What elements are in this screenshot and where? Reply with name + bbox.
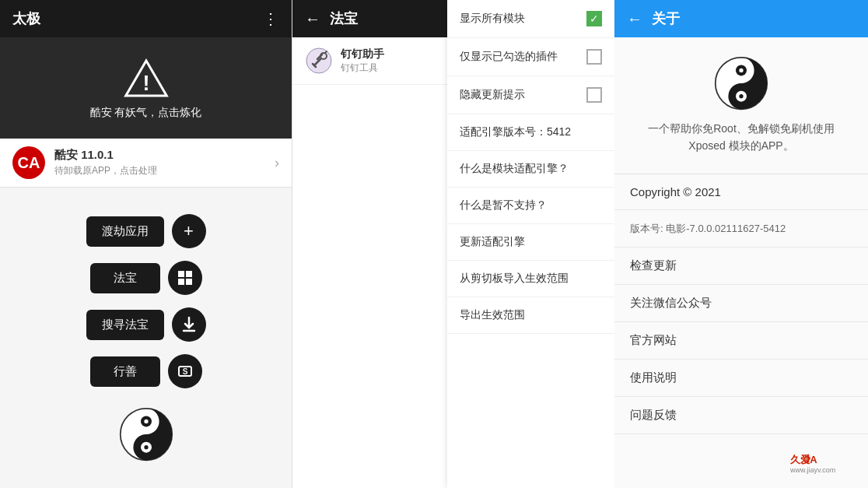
wechat-item[interactable]: 关注微信公众号 (614, 285, 868, 322)
warning-icon: ! (123, 57, 170, 100)
checkbox-1[interactable] (586, 49, 602, 65)
dropdown-item-8[interactable]: 导出生效范围 (447, 297, 614, 334)
middle-back-button[interactable]: ← (305, 10, 320, 28)
svg-rect-4 (178, 279, 184, 285)
svg-point-20 (739, 94, 743, 98)
plus-button[interactable]: + (172, 214, 206, 248)
right-back-button[interactable]: ← (627, 10, 642, 28)
tools-item[interactable]: 钉钉助手 钉钉工具 (292, 37, 447, 85)
feedback-item[interactable]: 问题反馈 (614, 397, 868, 434)
button-area: 渡劫应用 + 法宝 搜寻法宝 行 (0, 188, 292, 488)
checkbox-2[interactable] (586, 87, 602, 103)
website-label: 官方网站 (630, 333, 677, 346)
svg-point-12 (144, 420, 148, 423)
btn-row-1: 渡劫应用 + (86, 214, 206, 248)
dropdown-label-3: 适配引擎版本号：5412 (460, 125, 571, 139)
dropdown-item-3: 适配引擎版本号：5412 (447, 114, 614, 151)
left-title: 太极 (12, 9, 40, 28)
dropdown-item-1[interactable]: 仅显示已勾选的插件 (447, 38, 614, 76)
app-name: 酷安 11.0.1 (54, 148, 275, 163)
download-icon (180, 316, 198, 333)
fabao-button[interactable]: 法宝 (90, 263, 160, 293)
manual-item[interactable]: 使用说明 (614, 360, 868, 397)
dropdown-item-4[interactable]: 什么是模块适配引擎？ (447, 151, 614, 188)
btn-row-2: 法宝 (90, 261, 202, 295)
middle-header: ← 法宝 (292, 0, 447, 37)
dropdown-label-5: 什么是暂不支持？ (460, 198, 547, 212)
right-title: 关于 (652, 9, 680, 28)
dollar-button[interactable]: S (168, 354, 202, 388)
dropdown-label-0: 显示所有模块 (460, 12, 525, 26)
xingshan-button[interactable]: 行善 (90, 356, 160, 387)
dropdown-label-1: 仅显示已勾选的插件 (460, 50, 558, 64)
check-update-label: 检查更新 (630, 258, 677, 272)
dropdown-item-2[interactable]: 隐藏更新提示 (447, 76, 614, 114)
dropdown-label-8: 导出生效范围 (460, 308, 525, 322)
dropdown-item-6[interactable]: 更新适配引擎 (447, 224, 614, 261)
left-header: 太极 ⋮ (0, 0, 292, 37)
app-arrow-icon: › (275, 155, 279, 171)
grid-button[interactable] (168, 261, 202, 295)
svg-rect-3 (186, 271, 192, 277)
checkbox-0[interactable]: ✓ (586, 11, 602, 26)
app-sub: 待卸载原APP，点击处理 (54, 164, 275, 177)
about-copyright: Copyright © 2021 (614, 174, 868, 210)
svg-text:久爱: 久爱 (790, 454, 810, 465)
warning-banner: ! 酷安 有妖气，点击炼化 (0, 37, 292, 139)
btn-row-4: 行善 S (90, 354, 202, 388)
dropdown-label-2: 隐藏更新提示 (460, 88, 525, 102)
tools-sub: 钉钉工具 (341, 61, 384, 75)
tools-text: 钉钉助手 钉钉工具 (341, 47, 384, 75)
taichi-icon-large (119, 407, 173, 462)
svg-text:S: S (182, 367, 187, 376)
svg-text:!: ! (142, 71, 149, 94)
wrench-icon (305, 47, 333, 75)
dropdown-label-4: 什么是模块适配引擎？ (460, 162, 569, 176)
dropdown-item-7[interactable]: 从剪切板导入生效范围 (447, 261, 614, 297)
about-version: 版本号: 电影-7.0.0.02111627-5412 (614, 210, 868, 248)
about-desc: 一个帮助你免Root、免解锁免刷机使用Xposed 模块的APP。 (648, 120, 835, 155)
right-panel: ← 关于 一个帮助你免Root、免解锁免刷机使用Xposed 模块的APP。 C… (614, 0, 868, 488)
more-options-button[interactable]: ⋮ (263, 9, 279, 28)
svg-point-19 (739, 68, 743, 72)
left-panel: 太极 ⋮ ! 酷安 有妖气，点击炼化 CA 酷安 11.0.1 待卸载原APP，… (0, 0, 292, 488)
check-update-item[interactable]: 检查更新 (614, 248, 868, 285)
dropdown-label-7: 从剪切板导入生效范围 (460, 272, 569, 286)
tools-name: 钉钉助手 (341, 47, 384, 61)
dujie-button[interactable]: 渡劫应用 (86, 216, 164, 247)
download-button[interactable] (172, 307, 206, 342)
wechat-label: 关注微信公众号 (630, 296, 712, 309)
warning-text: 酷安 有妖气，点击炼化 (90, 106, 202, 120)
about-taichi-icon (714, 56, 768, 111)
copyright-text: Copyright © 2021 (630, 185, 721, 198)
dollar-icon: S (177, 363, 194, 380)
svg-point-13 (144, 445, 148, 449)
about-logo-area: 一个帮助你免Root、免解锁免刷机使用Xposed 模块的APP。 (614, 37, 868, 174)
grid-icon (177, 269, 194, 286)
dropdown-label-6: 更新适配引擎 (460, 235, 525, 249)
manual-label: 使用说明 (630, 370, 677, 384)
website-item[interactable]: 官方网站 (614, 322, 868, 360)
version-text: 版本号: 电影-7.0.0.02111627-5412 (630, 223, 786, 234)
watermark-logo: JA 久爱 www.jiayv.com (790, 446, 860, 477)
middle-panel: ← 法宝 钉钉助手 钉钉工具 (292, 0, 447, 488)
app-icon: CA (12, 146, 45, 179)
svg-rect-2 (178, 271, 184, 277)
right-header: ← 关于 (614, 0, 868, 37)
svg-rect-5 (186, 279, 192, 285)
dropdown-item-0[interactable]: 显示所有模块 ✓ (447, 0, 614, 38)
tools-icon (305, 47, 333, 75)
btn-row-3: 搜寻法宝 (86, 307, 206, 342)
svg-text:www.jiayv.com: www.jiayv.com (790, 466, 835, 474)
app-item[interactable]: CA 酷安 11.0.1 待卸载原APP，点击处理 › (0, 139, 292, 188)
dropdown-panel: 显示所有模块 ✓ 仅显示已勾选的插件 隐藏更新提示 适配引擎版本号：5412 什… (447, 0, 614, 488)
search-fabao-button[interactable]: 搜寻法宝 (86, 310, 164, 340)
middle-title: 法宝 (330, 9, 358, 28)
app-info: 酷安 11.0.1 待卸载原APP，点击处理 (54, 148, 275, 177)
dropdown-item-5[interactable]: 什么是暂不支持？ (447, 188, 614, 224)
watermark: JA 久爱 www.jiayv.com (790, 446, 860, 480)
feedback-label: 问题反馈 (630, 408, 677, 421)
